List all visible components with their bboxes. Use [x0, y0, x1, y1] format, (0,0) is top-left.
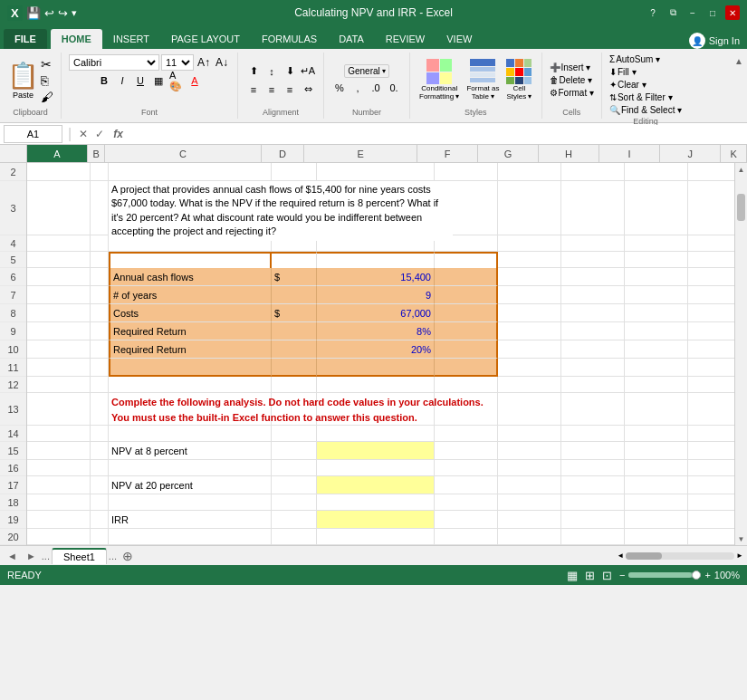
cell-i6[interactable] [625, 268, 688, 286]
cell-j20[interactable] [688, 529, 734, 545]
cell-e17[interactable] [317, 476, 435, 494]
cell-h13[interactable] [561, 393, 625, 426]
cell-h19[interactable] [561, 511, 625, 529]
cell-c6[interactable]: Annual cash flows [109, 268, 272, 286]
normal-view-icon[interactable]: ▦ [567, 569, 578, 582]
cell-a14[interactable] [27, 426, 91, 442]
row-num-11[interactable]: 11 [0, 359, 26, 377]
cell-h10[interactable] [561, 340, 625, 359]
cell-i13[interactable] [625, 393, 688, 426]
cell-h8[interactable] [561, 304, 625, 322]
copy-icon[interactable]: ⎘ [41, 73, 53, 88]
cell-g15[interactable] [498, 442, 561, 460]
col-header-f[interactable]: F [417, 145, 478, 162]
paste-button[interactable]: 📋 Paste [7, 61, 39, 100]
cell-g17[interactable] [498, 476, 561, 494]
cell-d2[interactable] [272, 163, 317, 181]
confirm-formula-btn[interactable]: ✓ [93, 128, 106, 140]
cell-d5[interactable] [272, 252, 317, 268]
cell-f17[interactable] [435, 476, 498, 494]
italic-button[interactable]: I [114, 72, 130, 89]
cell-j10[interactable] [688, 340, 734, 359]
row-num-6[interactable]: 6 [0, 268, 26, 286]
cell-g4[interactable] [498, 235, 561, 252]
cell-e20[interactable] [317, 529, 435, 545]
cut-icon[interactable]: ✂ [41, 57, 53, 72]
cell-c18[interactable] [109, 494, 272, 511]
align-left-icon[interactable]: ≡ [245, 82, 262, 98]
cell-e9[interactable]: 8% [317, 322, 435, 340]
cell-styles-btn[interactable]: CellStyles ▾ [504, 57, 533, 103]
row-num-4[interactable]: 4 [0, 235, 26, 252]
cell-g14[interactable] [498, 426, 561, 442]
cell-b14[interactable] [91, 426, 109, 442]
cell-g12[interactable] [498, 377, 561, 393]
cell-f12[interactable] [435, 377, 498, 393]
font-name-select[interactable]: Calibri [69, 54, 159, 71]
wrap-text-icon[interactable]: ↵A [300, 63, 316, 80]
cell-b2[interactable] [91, 163, 109, 181]
cell-a17[interactable] [27, 476, 91, 494]
sign-in-label[interactable]: Sign In [709, 35, 740, 46]
cell-i20[interactable] [625, 529, 688, 545]
row-num-10[interactable]: 10 [0, 340, 26, 359]
cell-a9[interactable] [27, 322, 91, 340]
add-sheet-btn[interactable]: ⊕ [119, 549, 137, 563]
increase-decimal-btn[interactable]: .0 [368, 80, 384, 96]
cell-c2[interactable] [109, 163, 272, 181]
increase-font-icon[interactable]: A↑ [196, 54, 212, 71]
align-top-icon[interactable]: ⬆ [245, 63, 262, 80]
cell-c11[interactable] [109, 359, 272, 377]
cell-g9[interactable] [498, 322, 561, 340]
tab-review[interactable]: REVIEW [375, 29, 436, 49]
align-middle-icon[interactable]: ↕ [263, 63, 280, 80]
cell-e10[interactable]: 20% [317, 340, 435, 359]
cell-b15[interactable] [91, 442, 109, 460]
cell-j8[interactable] [688, 304, 734, 322]
cell-d9[interactable] [272, 322, 317, 340]
zoom-out-btn[interactable]: − [619, 570, 625, 580]
cell-a16[interactable] [27, 460, 91, 476]
cell-i12[interactable] [625, 377, 688, 393]
format-painter-icon[interactable]: 🖌 [41, 90, 53, 104]
cell-h3[interactable] [561, 181, 625, 235]
cell-b12[interactable] [91, 377, 109, 393]
merge-center-icon[interactable]: ⇔ [300, 82, 316, 98]
cell-f18[interactable] [435, 494, 498, 511]
cell-e19[interactable] [317, 511, 435, 529]
function-btn[interactable]: fx [110, 128, 127, 140]
cell-h9[interactable] [561, 322, 625, 340]
cell-e18[interactable] [317, 494, 435, 511]
cell-b17[interactable] [91, 476, 109, 494]
cell-e5[interactable] [317, 252, 435, 268]
new-sheet-btn[interactable]: ◄ [4, 551, 21, 561]
cell-g16[interactable] [498, 460, 561, 476]
cell-j13[interactable] [688, 393, 734, 426]
cell-d8[interactable]: $ [272, 304, 317, 322]
font-color-icon[interactable]: A [187, 72, 203, 89]
cell-d17[interactable] [272, 476, 317, 494]
cell-j9[interactable] [688, 322, 734, 340]
cell-a12[interactable] [27, 377, 91, 393]
cell-c16[interactable] [109, 460, 272, 476]
cell-j16[interactable] [688, 460, 734, 476]
h-scroll-thumb[interactable] [626, 552, 662, 560]
cell-i10[interactable] [625, 340, 688, 359]
cell-c19[interactable]: IRR [109, 511, 272, 529]
cell-b7[interactable] [91, 286, 109, 304]
cell-d20[interactable] [272, 529, 317, 545]
col-header-k[interactable]: K [721, 145, 747, 162]
cell-h20[interactable] [561, 529, 625, 545]
cell-f14[interactable] [435, 426, 498, 442]
cell-i2[interactable] [625, 163, 688, 181]
cell-a20[interactable] [27, 529, 91, 545]
tab-home[interactable]: HOME [51, 29, 102, 49]
cell-c9[interactable]: Required Return [109, 322, 272, 340]
restore-btn[interactable]: ⧉ [666, 5, 680, 20]
cell-c5[interactable] [109, 252, 272, 268]
cell-i9[interactable] [625, 322, 688, 340]
percent-btn[interactable]: % [331, 80, 348, 96]
cell-d14[interactable] [272, 426, 317, 442]
col-header-e[interactable]: E [304, 145, 417, 162]
cell-a15[interactable] [27, 442, 91, 460]
